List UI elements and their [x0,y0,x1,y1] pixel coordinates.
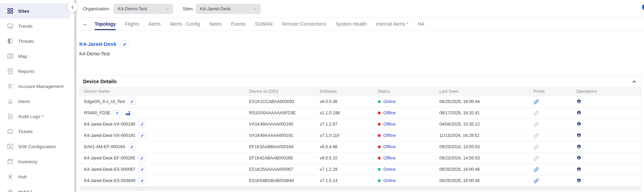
tab-remote-connections[interactable]: Remote Connections [282,18,327,30]
back-button[interactable]: ← [81,21,90,27]
sidebar-item-sites[interactable]: Sites [0,3,69,18]
edit-device-name-button[interactable] [138,121,146,128]
edit-device-name-button[interactable] [138,178,146,184]
edit-device-name-button[interactable] [128,144,136,150]
sidebar-item-label: Tickets [18,129,33,134]
portal-link-icon[interactable] [533,178,539,184]
operations-gear-button[interactable] [576,167,582,172]
chevron-up-icon [632,79,637,84]
panel-title: Device Details [83,79,117,84]
site-name-edit-button[interactable] [120,40,129,48]
sidebar-item-alerts[interactable]: Alerts [0,94,69,109]
operations-gear-button[interactable] [576,110,582,116]
operations-gear-button[interactable] [576,121,582,127]
operations-gear-button[interactable] [576,155,582,161]
status-text: Online [383,167,396,172]
organization-select[interactable]: K4-Demo-Test [113,4,173,14]
device-id: ES1K54BGBAB003849 [249,178,320,183]
portal-link-icon[interactable] [533,110,539,116]
tab-sdwan[interactable]: SDWAN [255,18,273,30]
operations-gear-button[interactable] [576,178,582,184]
sites-select[interactable]: K4-Jared-Desk [196,4,261,14]
status-dot-online [378,168,381,171]
tab-alerts[interactable]: Alerts [148,18,161,30]
sidebar-item-audit-logs[interactable]: Audit Logs * [0,109,69,124]
sidebar-item-label: Audit Logs * [18,114,43,119]
tab-events[interactable]: Events [231,18,246,30]
table-row: EAV1-AM-EF-000164EF1K3AABBAA000164v6.5.4… [80,141,641,153]
main-area: Organization K4-Demo-Test Sites K4-Jared… [77,0,644,192]
operations-gear-button[interactable] [576,133,582,139]
tab-system-health[interactable]: System Health [335,18,367,30]
portal-link-icon[interactable] [533,167,539,172]
tab-notes[interactable]: Notes [209,18,222,30]
column-header-last-seen[interactable]: Last Seen [439,89,533,94]
site-name-link[interactable]: K4-Jared-Desk [79,41,117,47]
sidebar-item-account-management[interactable]: Account Management [0,79,69,94]
sites-selected-value: K4-Jared-Desk [200,6,231,11]
portal-link-icon[interactable] [533,155,539,161]
sidebar-item-reports[interactable]: Reports [0,64,69,79]
back-arrow-icon: ← [83,21,88,27]
sidebar-collapse-button[interactable] [67,2,78,12]
tab-topology[interactable]: Topology [95,18,116,30]
sidebar-item-label: Map [18,54,27,59]
device-id: VX1K49AAAAA000190 [249,122,320,127]
column-header-status[interactable]: Status [378,89,439,94]
status-dot-offline [378,123,381,126]
sidebar-item-s-w-configuration[interactable]: S/W Configuration [0,139,69,154]
sidebar-item-map[interactable]: Map [0,49,69,64]
edit-device-name-button[interactable] [138,132,146,139]
sidebar: SitesTrendsThreatsMapReportsAccount Mana… [0,0,77,192]
sidebar-item-hub4[interactable]: Hub4 * [0,184,69,192]
sidebar-item-tickets[interactable]: Tickets [0,124,69,139]
device-name: K4-Jared-Desk-VX-000191 [84,133,135,138]
tab-ha[interactable]: HA [417,18,424,30]
pencil-icon [140,123,144,126]
sidebar-item-label: S/W Configuration [18,144,56,149]
device-id: ES1K25AAAAA000057 [249,167,320,172]
sidebar-item-threats[interactable]: Threats [0,34,69,49]
sidebar-scrollbar[interactable] [74,0,77,192]
device-id: RS1G00AAAAAA5FD3E [249,111,320,115]
table-row: K4-Jared-Desk-EF-000265EF1K42ABAAB000265… [80,153,641,164]
column-header-device-id-did[interactable]: Device Id (DID) [249,89,320,94]
account-icon [6,83,14,90]
edit-device-name-button[interactable] [138,155,146,162]
column-header-operations[interactable]: Operations [576,89,641,94]
tabs: TopologyFlightsAlertsAlerts - ConfigNote… [95,18,424,30]
pencil-icon [140,168,144,171]
table-row: K4-Jared-Desk-VX-000190VX1K49AAAAA000190… [80,119,641,130]
table-horizontal-scrollbar[interactable] [80,186,641,190]
status-dot-online [378,100,381,103]
operations-gear-button[interactable] [576,144,582,150]
sidebar-item-trends[interactable]: Trends [0,18,69,34]
tab-internal-alerts[interactable]: Internal Alerts * [376,18,408,30]
device-id: VX1K49AAAAA000191 [249,133,320,138]
sidebar-nav: SitesTrendsThreatsMapReportsAccount Mana… [0,0,77,192]
sidebar-item-inventory[interactable]: Inventory [0,154,69,169]
bell-icon [6,98,14,105]
window-gear-icon [6,143,14,150]
panel-collapse-button[interactable] [632,79,637,84]
portal-link-icon[interactable] [533,144,539,150]
portal-link-icon[interactable] [533,99,539,105]
status-text: Offline [383,111,396,115]
edit-device-name-button[interactable] [138,166,146,173]
edit-device-name-button[interactable] [128,99,136,105]
operations-gear-button[interactable] [576,99,582,105]
portal-link-icon[interactable] [533,133,539,139]
column-header-device-name[interactable]: Device Name [80,89,249,94]
chevron-down-icon [252,7,257,11]
column-header-portal[interactable]: Portal [533,89,576,94]
panel-header: Device Details [80,76,641,87]
column-header-software[interactable]: Software [320,89,378,94]
edge-notification-button[interactable] [642,4,644,10]
edit-device-name-button[interactable] [113,110,121,116]
tab-alerts-config[interactable]: Alerts - Config [170,18,200,30]
software-version: v7.1.0.110 [320,133,378,138]
portal-link-icon[interactable] [533,121,539,127]
sidebar-item-label: Sites [18,9,29,14]
sidebar-item-hub[interactable]: Hub [0,169,69,184]
tab-flights[interactable]: Flights [125,18,139,30]
